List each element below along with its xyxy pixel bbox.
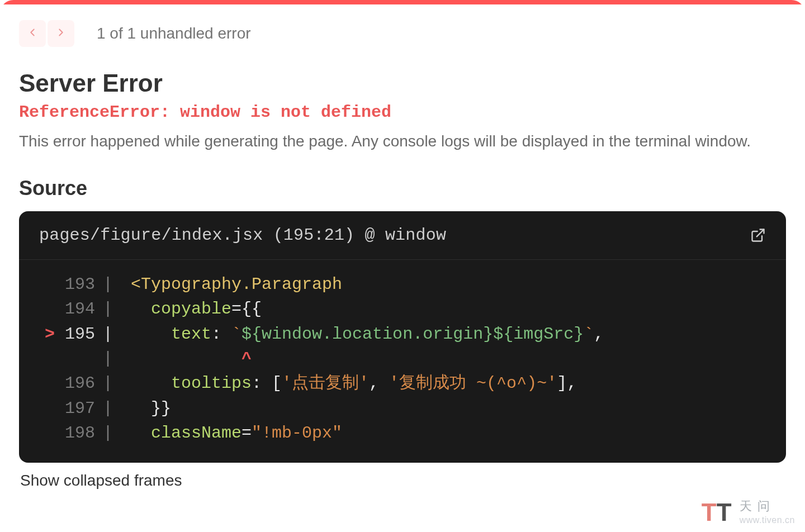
code-line: 194| copyable={{ [39, 297, 766, 321]
watermark-logo-part2: T [717, 498, 732, 526]
code-token: }} [151, 396, 171, 421]
watermark: TT 天问 www.tiven.cn [702, 498, 795, 526]
gutter-pipe: | [95, 272, 121, 297]
code-line: 197| }} [39, 396, 766, 421]
gutter-mark [39, 346, 55, 371]
gutter-pipe: | [95, 322, 121, 346]
gutter-mark [39, 371, 55, 396]
code-token: '点击复制' [282, 371, 369, 396]
code-line: 198| className="!mb-0px" [39, 421, 766, 445]
watermark-text: 天问 www.tiven.cn [740, 500, 795, 525]
code-token [131, 371, 171, 396]
arrow-left-icon [26, 26, 39, 41]
gutter-line-number: 193 [55, 272, 95, 297]
source-card: pages/figure/index.jsx (195:21) @ window… [19, 211, 786, 463]
gutter-pipe: | [95, 396, 121, 421]
code-token [131, 396, 151, 421]
open-in-editor-button[interactable] [750, 227, 766, 243]
gutter-mark [39, 297, 55, 321]
code-token: tooltips [171, 371, 252, 396]
code-token [131, 421, 151, 445]
error-description: This error happened while generating the… [19, 131, 786, 152]
top-stripe [0, 0, 805, 4]
code-token: className [151, 421, 242, 445]
source-loc: (195:21) [273, 226, 355, 245]
code-token: <Typography.Paragraph [131, 272, 342, 297]
code-token [131, 322, 171, 346]
source-location: pages/figure/index.jsx (195:21) @ window [39, 226, 446, 245]
code-line: | ^ [39, 346, 766, 371]
code-token: = [242, 421, 252, 445]
error-header: 1 of 1 unhandled error [0, 4, 805, 47]
code-token: '复制成功 ~(^o^)~' [389, 371, 557, 396]
code-line: 193| <Typography.Paragraph [39, 272, 766, 297]
source-code: 193| <Typography.Paragraph 194| copyable… [19, 260, 786, 463]
watermark-line1: 天问 [740, 500, 795, 512]
gutter-pipe: | [95, 421, 121, 445]
gutter-pipe: | [95, 297, 121, 321]
code-line: >195| text: `${window.location.origin}${… [39, 322, 766, 346]
code-token: : [211, 322, 231, 346]
gutter-mark: > [39, 322, 55, 346]
code-token: ` [584, 322, 594, 346]
gutter-mark [39, 396, 55, 421]
prev-error-button[interactable] [19, 20, 46, 47]
next-error-button[interactable] [48, 20, 74, 47]
code-token [131, 346, 242, 371]
error-counter: 1 of 1 unhandled error [97, 25, 251, 42]
watermark-logo-part1: T [702, 498, 717, 526]
gutter-mark [39, 421, 55, 445]
gutter-line-number: 195 [55, 322, 95, 346]
error-section-title: Server Error [19, 69, 786, 97]
gutter-mark [39, 272, 55, 297]
source-symbol: window [385, 226, 446, 245]
code-token: = [231, 297, 242, 321]
gutter-line-number: 194 [55, 297, 95, 321]
code-token: , [594, 322, 604, 346]
error-message: ReferenceError: window is not defined [19, 103, 786, 122]
code-token: ${window.location.origin}${imgSrc} [242, 322, 584, 346]
watermark-logo: TT [702, 498, 732, 526]
code-token: {{ [242, 297, 262, 321]
gutter-line-number [55, 346, 95, 371]
code-token: text [171, 322, 211, 346]
code-token: "!mb-0px" [252, 421, 342, 445]
source-at: @ [365, 226, 375, 245]
code-line: 196| tooltips: ['点击复制', '复制成功 ~(^o^)~'], [39, 371, 766, 396]
source-file: pages/figure/index.jsx [39, 226, 263, 245]
external-link-icon [750, 235, 766, 245]
gutter-pipe: | [95, 346, 121, 371]
source-header: pages/figure/index.jsx (195:21) @ window [19, 211, 786, 260]
watermark-line2: www.tiven.cn [740, 516, 795, 525]
gutter-line-number: 197 [55, 396, 95, 421]
code-token: ^ [242, 346, 252, 371]
code-token: , [369, 371, 389, 396]
code-token: copyable [151, 297, 231, 321]
gutter-pipe: | [95, 371, 121, 396]
error-content: Server Error ReferenceError: window is n… [0, 47, 805, 490]
arrow-right-icon [55, 26, 67, 41]
error-overlay: 1 of 1 unhandled error Server Error Refe… [0, 0, 805, 532]
code-token [131, 297, 151, 321]
error-nav [19, 20, 74, 47]
svg-line-0 [757, 229, 764, 236]
code-token: ], [557, 371, 577, 396]
gutter-line-number: 196 [55, 371, 95, 396]
show-collapsed-frames-button[interactable]: Show collapsed frames [20, 472, 786, 490]
gutter-line-number: 198 [55, 421, 95, 445]
source-heading: Source [19, 177, 786, 200]
code-token: ` [231, 322, 242, 346]
code-token: : [ [252, 371, 282, 396]
